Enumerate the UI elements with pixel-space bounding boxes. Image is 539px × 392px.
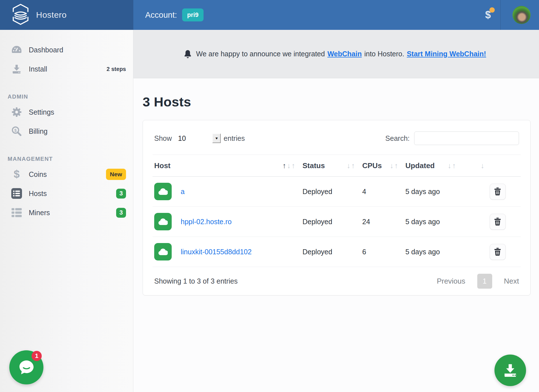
sort-desc-icon: ↓ xyxy=(481,162,484,169)
entries-count-value: 10 xyxy=(178,134,186,142)
billing-search-dollar-icon: $ xyxy=(10,126,23,137)
sidebar-item-label: Coins xyxy=(29,170,47,179)
cpus-cell: 4 xyxy=(362,188,405,196)
cpus-cell: 6 xyxy=(362,248,405,256)
svg-text:$: $ xyxy=(14,168,19,180)
sidebar-item-hosts[interactable]: Hosts 3 xyxy=(0,185,133,202)
main-area: We are happy to announce we integrated W… xyxy=(133,30,539,392)
sort-arrows: ↓ ↑ xyxy=(448,162,463,169)
sidebar-section-admin: ADMIN xyxy=(8,93,133,100)
host-cell: linuxkit-00155d8dd102 xyxy=(154,243,302,260)
hostero-logo-icon xyxy=(10,2,32,28)
sidebar-item-label: Dashboard xyxy=(29,46,63,54)
sort-desc-icon: ↓ xyxy=(347,162,350,169)
chevron-down-icon: ▼ xyxy=(215,137,218,140)
updated-cell: 5 days ago xyxy=(405,188,463,196)
previous-page-button[interactable]: Previous xyxy=(437,277,465,286)
topbar-right: $ xyxy=(485,0,531,30)
sidebar-item-billing[interactable]: $ Billing xyxy=(0,123,133,139)
earnings-button[interactable]: $ xyxy=(485,9,491,21)
brand-name: Hostero xyxy=(36,10,67,20)
host-cell: hppl-02.hoste.ro xyxy=(154,213,302,230)
delete-host-button[interactable] xyxy=(490,214,506,230)
brand[interactable]: Hostero xyxy=(0,0,133,30)
sort-asc-icon: ↑ xyxy=(452,162,456,169)
table-row: hppl-02.hoste.ro Deployed 24 5 days ago xyxy=(153,207,521,237)
hosts-table-card: Show 10 ▼ entries Search: Host xyxy=(143,120,531,295)
miners-count-badge: 3 xyxy=(116,208,126,218)
host-status-tile xyxy=(154,213,172,230)
content: 3 Hosts Show 10 ▼ entries Search: xyxy=(133,78,539,295)
announcement-prefix: We are happy to announce we integrated xyxy=(196,50,325,58)
sidebar-item-label: Settings xyxy=(29,108,54,116)
next-page-button[interactable]: Next xyxy=(504,277,519,286)
announcement-text: We are happy to announce we integrated W… xyxy=(196,50,489,58)
column-label: Host xyxy=(154,161,171,170)
entries-select[interactable]: ▼ xyxy=(212,133,221,143)
cpus-cell: 24 xyxy=(362,218,405,226)
column-header-updated[interactable]: Updated ↓ ↑ xyxy=(405,161,463,170)
current-page-button[interactable]: 1 xyxy=(477,274,492,289)
column-label: Status xyxy=(302,161,325,170)
sort-asc-icon: ↑ xyxy=(351,162,355,169)
trash-icon xyxy=(494,218,501,226)
trash-icon xyxy=(494,248,501,256)
sidebar-item-label: Billing xyxy=(29,127,48,135)
updated-cell: 5 days ago xyxy=(405,218,463,226)
topbar-main: Account: pri9 $ xyxy=(133,0,539,30)
show-label: Show xyxy=(154,134,172,142)
status-cell: Deployed xyxy=(302,248,362,256)
chat-button[interactable]: 1 xyxy=(9,350,43,384)
new-badge: New xyxy=(106,169,126,180)
sidebar-item-settings[interactable]: Settings xyxy=(0,104,133,120)
sort-desc-icon: ↓ xyxy=(287,162,291,169)
announcement-bar: We are happy to announce we integrated W… xyxy=(133,30,539,78)
delete-host-button[interactable] xyxy=(490,184,506,200)
notification-dot xyxy=(489,7,495,13)
install-fab-button[interactable] xyxy=(494,355,526,386)
sort-asc-icon: ↑ xyxy=(394,162,398,169)
hosts-count-badge: 3 xyxy=(116,189,126,199)
pagination: Previous 1 Next xyxy=(437,274,519,289)
start-mining-link[interactable]: Start Mining WebChain! xyxy=(407,50,486,58)
sidebar-item-install[interactable]: Install 2 steps xyxy=(0,61,133,77)
delete-host-button[interactable] xyxy=(490,244,506,260)
hosts-list-icon xyxy=(10,188,23,199)
sidebar-item-miners[interactable]: Miners 3 xyxy=(0,204,133,221)
updated-cell: 5 days ago xyxy=(405,248,463,256)
host-link[interactable]: hppl-02.hoste.ro xyxy=(181,218,232,226)
sort-arrows: ↓ xyxy=(463,162,492,169)
gear-icon xyxy=(10,107,23,117)
column-header-actions[interactable]: ↓ xyxy=(463,162,519,169)
column-header-host[interactable]: Host ↑ ↓ ↑ xyxy=(154,161,302,170)
host-link[interactable]: a xyxy=(181,188,185,196)
sort-arrows: ↓ ↑ xyxy=(347,162,362,169)
sort-desc-icon: ↓ xyxy=(390,162,394,169)
user-avatar[interactable] xyxy=(513,6,531,24)
entries-label: entries xyxy=(224,134,245,142)
sort-desc-icon: ↓ xyxy=(448,162,451,169)
account-badge[interactable]: pri9 xyxy=(182,8,204,21)
actions-cell xyxy=(463,184,519,200)
app-root: Hostero Account: pri9 $ xyxy=(0,0,539,392)
install-icon xyxy=(10,64,23,74)
status-cell: Deployed xyxy=(302,188,362,196)
cloud-icon xyxy=(158,218,168,225)
host-link[interactable]: linuxkit-00155d8dd102 xyxy=(181,248,252,256)
cloud-icon xyxy=(158,248,168,255)
chat-bubble-icon xyxy=(17,358,36,377)
column-header-status[interactable]: Status ↓ ↑ xyxy=(302,161,362,170)
sidebar: Dashboard Install 2 steps ADMIN xyxy=(0,30,133,392)
topbar: Hostero Account: pri9 $ xyxy=(0,0,539,30)
status-cell: Deployed xyxy=(302,218,362,226)
table-header: Host ↑ ↓ ↑ Status ↓ ↑ xyxy=(153,155,521,177)
coins-dollar-icon: $ xyxy=(10,168,23,180)
sort-arrows: ↓ ↑ xyxy=(390,162,405,169)
column-header-cpus[interactable]: CPUs ↓ ↑ xyxy=(362,161,405,170)
host-status-tile xyxy=(154,183,172,200)
webchain-link[interactable]: WebChain xyxy=(327,50,362,58)
search-input[interactable] xyxy=(414,132,519,145)
sidebar-item-coins[interactable]: $ Coins New xyxy=(0,166,133,182)
account-label: Account: xyxy=(145,10,177,20)
sidebar-item-dashboard[interactable]: Dashboard xyxy=(0,42,133,58)
